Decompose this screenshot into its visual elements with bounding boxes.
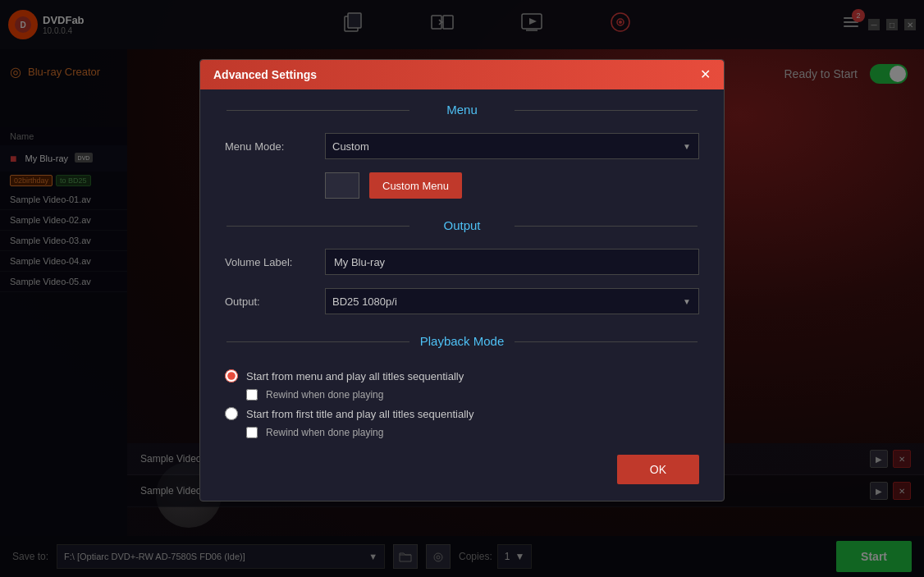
checkbox-row-2: Rewind when done playing <box>246 427 699 438</box>
radio1-label: Start from menu and play all titles sequ… <box>246 370 464 382</box>
menu-mode-select-wrapper: Custom None Default <box>325 133 699 159</box>
custom-menu-row: Custom Menu <box>200 166 724 205</box>
custom-menu-button[interactable]: Custom Menu <box>369 172 462 199</box>
playback-section-label: Playback Mode <box>200 334 724 348</box>
output-select[interactable]: BD25 1080p/i BD50 1080p/i BD25 720p BD50… <box>325 288 699 314</box>
checkbox1-label: Rewind when done playing <box>266 389 383 401</box>
output-select-wrapper: BD25 1080p/i BD50 1080p/i BD25 720p BD50… <box>325 288 699 314</box>
output-row: Output: BD25 1080p/i BD50 1080p/i BD25 7… <box>200 282 724 321</box>
advanced-settings-dialog: Advanced Settings ✕ Menu Menu Mode: Cust… <box>199 59 725 501</box>
volume-label-input[interactable] <box>325 249 699 275</box>
volume-label-label: Volume Label: <box>225 256 315 268</box>
checkbox-rewind-1[interactable] <box>246 389 258 401</box>
menu-mode-select[interactable]: Custom None Default <box>325 133 699 159</box>
dialog-close-button[interactable]: ✕ <box>700 68 711 81</box>
radio-row-2: Start from first title and play all titl… <box>225 407 699 420</box>
radio-first-title[interactable] <box>225 407 238 420</box>
dialog-title: Advanced Settings <box>213 68 317 81</box>
radio-group: Start from menu and play all titles sequ… <box>200 358 724 446</box>
dialog-titlebar: Advanced Settings ✕ <box>200 60 724 89</box>
radio2-label: Start from first title and play all titl… <box>246 408 473 420</box>
color-picker[interactable] <box>325 172 359 199</box>
radio-row-1: Start from menu and play all titles sequ… <box>225 369 699 382</box>
menu-mode-row: Menu Mode: Custom None Default <box>200 126 724 166</box>
checkbox-row-1: Rewind when done playing <box>246 389 699 401</box>
menu-mode-label: Menu Mode: <box>225 140 315 153</box>
dialog-footer: OK <box>200 446 724 484</box>
checkbox2-label: Rewind when done playing <box>266 427 383 438</box>
volume-label-row: Volume Label: <box>200 242 724 282</box>
checkbox-rewind-2[interactable] <box>246 427 258 438</box>
output-section-label: Output <box>200 218 724 232</box>
menu-section-label: Menu <box>200 103 724 117</box>
ok-button[interactable]: OK <box>617 455 699 484</box>
output-label: Output: <box>225 295 315 308</box>
radio-menu-play[interactable] <box>225 369 238 382</box>
